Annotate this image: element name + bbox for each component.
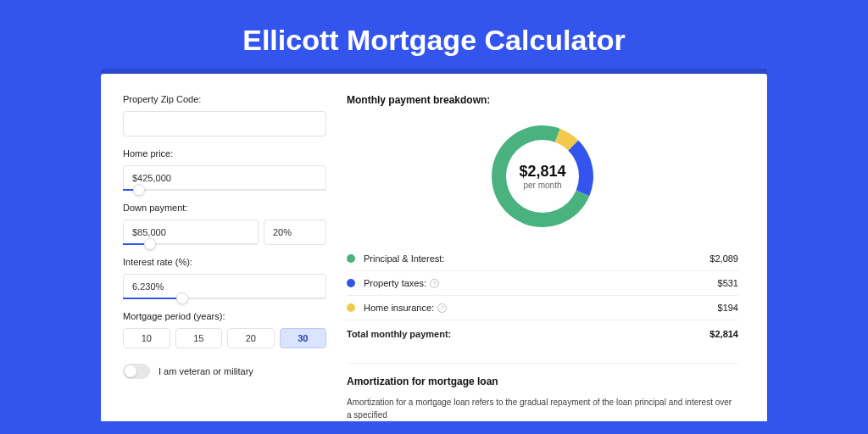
results-panel: Monthly payment breakdown: $2,814 per mo… (347, 94, 738, 421)
home-price-slider[interactable] (123, 189, 326, 191)
legend-dot (347, 254, 355, 263)
period-label: Mortgage period (years): (123, 311, 326, 321)
down-payment-field: Down payment: (123, 203, 326, 245)
period-button-15[interactable]: 15 (175, 328, 223, 348)
interest-slider-thumb[interactable] (176, 292, 188, 304)
interest-input[interactable] (123, 274, 326, 299)
breakdown-item-label: Property taxes:? (364, 278, 718, 288)
zip-label: Property Zip Code: (123, 94, 326, 104)
breakdown-title: Monthly payment breakdown: (347, 94, 738, 106)
breakdown-item-value: $2,089 (709, 253, 738, 264)
interest-label: Interest rate (%): (123, 257, 326, 267)
home-price-slider-thumb[interactable] (133, 184, 145, 196)
down-payment-slider[interactable] (123, 243, 257, 245)
interest-slider[interactable] (123, 298, 326, 299)
input-panel: Property Zip Code: Home price: Down paym… (123, 94, 326, 421)
interest-field: Interest rate (%): (123, 257, 326, 299)
veteran-toggle[interactable] (123, 364, 150, 379)
breakdown-item-value: $531 (718, 278, 738, 288)
period-field: Mortgage period (years): 10152030 (123, 311, 326, 348)
breakdown-item-label: Home insurance:? (364, 303, 718, 313)
amortization-section: Amortization for mortgage loan Amortizat… (347, 363, 738, 421)
calculator-card: Property Zip Code: Home price: Down paym… (101, 74, 767, 421)
breakdown-list: Principal & Interest:$2,089Property taxe… (347, 247, 738, 320)
zip-field: Property Zip Code: (123, 94, 326, 136)
down-payment-slider-thumb[interactable] (144, 238, 156, 250)
amortization-title: Amortization for mortgage loan (347, 376, 738, 387)
interest-slider-fill (123, 298, 182, 299)
donut-center: $2,814 per month (506, 140, 579, 213)
donut-amount: $2,814 (519, 163, 565, 181)
breakdown-row: Home insurance:?$194 (347, 296, 738, 320)
home-price-input[interactable] (123, 165, 326, 191)
breakdown-total-value: $2,814 (709, 329, 738, 339)
veteran-toggle-knob (125, 365, 136, 377)
amortization-text: Amortization for a mortgage loan refers … (347, 396, 738, 421)
period-row: 10152030 (123, 328, 326, 348)
zip-input[interactable] (123, 111, 326, 136)
page-title: Ellicott Mortgage Calculator (0, 0, 868, 74)
info-icon[interactable]: ? (430, 279, 439, 288)
down-payment-percent-input[interactable] (264, 220, 326, 245)
period-button-20[interactable]: 20 (227, 328, 275, 348)
veteran-label: I am veteran or military (159, 366, 253, 376)
donut-chart-container: $2,814 per month (347, 114, 738, 247)
down-payment-amount-input[interactable] (123, 220, 259, 245)
breakdown-row: Property taxes:?$531 (347, 271, 738, 296)
home-price-field: Home price: (123, 148, 326, 191)
down-payment-label: Down payment: (123, 203, 326, 213)
donut-per-month: per month (523, 181, 561, 190)
breakdown-row: Principal & Interest:$2,089 (347, 247, 738, 271)
breakdown-item-value: $194 (718, 303, 738, 313)
legend-dot (347, 279, 355, 287)
home-price-label: Home price: (123, 148, 326, 159)
period-button-30[interactable]: 30 (280, 328, 327, 348)
breakdown-item-label: Principal & Interest: (364, 253, 709, 264)
breakdown-total-row: Total monthly payment: $2,814 (347, 320, 738, 346)
info-icon[interactable]: ? (437, 303, 447, 313)
period-button-10[interactable]: 10 (123, 328, 170, 348)
breakdown-total-label: Total monthly payment: (347, 329, 709, 339)
legend-dot (347, 303, 355, 312)
donut-chart: $2,814 per month (487, 121, 598, 231)
veteran-row: I am veteran or military (123, 364, 326, 379)
